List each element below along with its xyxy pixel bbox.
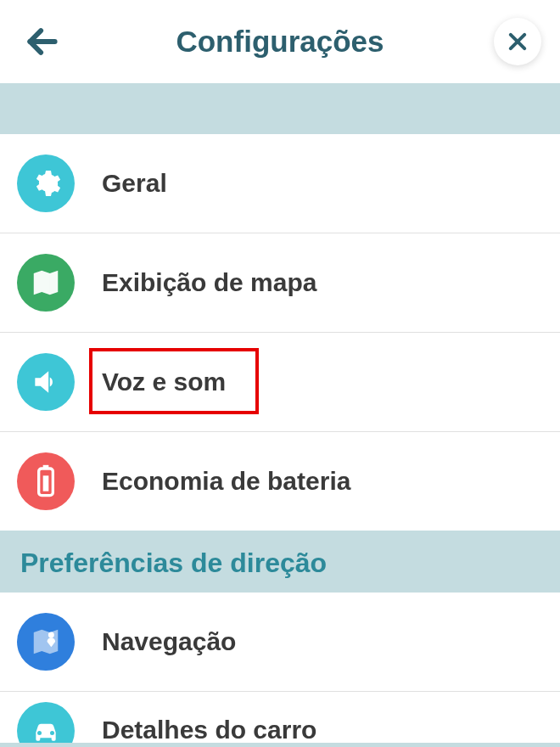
spacer [0,87,560,134]
settings-item-map-display[interactable]: Exibição de mapa [0,233,560,333]
page-title: Configurações [176,25,384,59]
close-button[interactable] [494,18,541,65]
svg-rect-4 [43,465,49,469]
item-label: Detalhes do carro [102,716,316,743]
svg-point-6 [48,632,54,638]
gear-icon [17,154,75,212]
settings-item-battery[interactable]: Economia de bateria [0,432,560,531]
settings-item-voice-sound[interactable]: Voz e som [0,333,560,432]
back-button[interactable] [19,18,66,65]
settings-item-general[interactable]: Geral [0,134,560,233]
settings-section-2: Navegação Detalhes do carro [0,593,560,743]
item-label: Navegação [102,627,236,656]
section-header-driving-prefs: Preferências de direção [0,531,560,593]
settings-section-1: Geral Exibição de mapa Voz e som Economi… [0,134,560,531]
battery-icon [17,452,75,510]
item-label: Geral [102,169,167,198]
arrow-left-icon [24,23,61,60]
navigation-icon [17,613,75,671]
map-icon [17,254,75,312]
settings-item-navigation[interactable]: Navegação [0,593,560,692]
settings-item-car-details[interactable]: Detalhes do carro [0,692,560,743]
item-label: Exibição de mapa [102,268,316,297]
car-icon [17,702,75,743]
speaker-icon [17,353,75,411]
svg-rect-5 [43,475,49,491]
close-icon [506,30,529,53]
item-label: Voz e som [102,368,226,396]
header: Configurações [0,0,560,87]
item-label: Economia de bateria [102,467,350,496]
